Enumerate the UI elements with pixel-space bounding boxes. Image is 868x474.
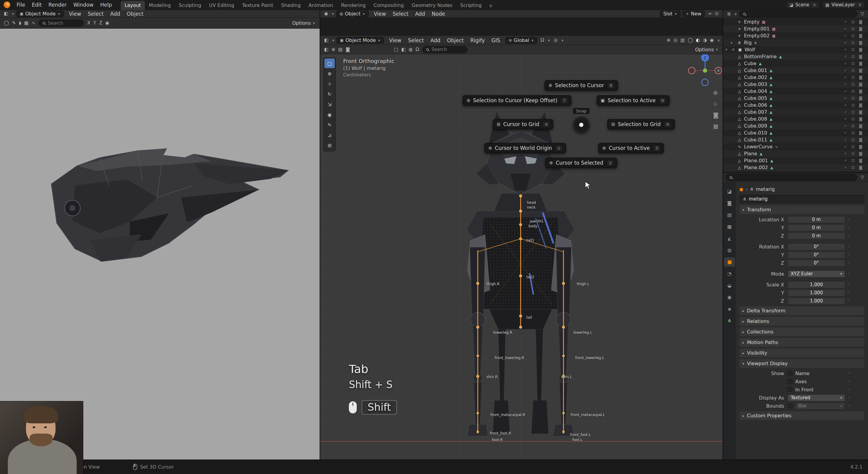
menu-file[interactable]: File <box>13 2 28 8</box>
hide-in-viewport-icon[interactable]: ⊡ <box>849 47 857 52</box>
rendered-shading-icon[interactable]: ◉ <box>708 38 715 42</box>
exclude-checkbox[interactable]: ✓ <box>842 20 849 24</box>
options-dropdown[interactable]: Options ▾ <box>693 47 720 53</box>
outliner-row-cube-010[interactable]: △Cube.010▲✓⊡◙ <box>723 129 868 136</box>
animate-decorator[interactable]: ◦ <box>845 379 853 384</box>
tool-add-cube[interactable]: ⊞ <box>324 140 335 150</box>
pan-icon[interactable]: ⊹ <box>712 101 720 107</box>
exclude-checkbox[interactable]: ✓ <box>842 62 849 65</box>
hide-in-viewport-icon[interactable]: ⊡ <box>849 68 857 73</box>
disable-in-render-icon[interactable]: ◙ <box>857 89 864 94</box>
panel-viewport-display[interactable]: ▾ Viewport Display <box>739 359 864 368</box>
hide-in-viewport-icon[interactable]: ⊡ <box>849 110 857 114</box>
left-vp-menu-select[interactable]: Select <box>85 9 107 19</box>
tool-scale[interactable]: ⇲ <box>324 100 335 109</box>
field-bounds[interactable]: Box▾ <box>795 403 845 409</box>
vp-menu-object[interactable]: Object <box>444 36 467 45</box>
view-object-types-icon[interactable]: ◧ <box>322 47 330 52</box>
render-tab[interactable]: ◙ <box>724 199 735 208</box>
animate-decorator[interactable]: ◦ <box>845 290 853 296</box>
snap-magnet-icon[interactable]: Ω <box>539 38 546 42</box>
disable-in-render-icon[interactable]: ◙ <box>857 144 864 149</box>
gizmo-x-neg-axis[interactable] <box>688 67 695 74</box>
gizmo-z-neg-axis[interactable] <box>702 79 708 86</box>
wireframe-shading-icon[interactable]: ◯ <box>686 38 694 42</box>
pie-item-cursor-to-grid[interactable]: ⊞Cursor to Grid4 <box>493 119 553 129</box>
hide-in-viewport-icon[interactable]: ⊡ <box>849 124 857 128</box>
field-y[interactable]: 0° <box>788 251 845 259</box>
outliner-row-plane-001[interactable]: △Plane.001▲✓⊡◙ <box>723 157 868 164</box>
workspace-tab-rendering[interactable]: Rendering <box>337 1 370 10</box>
left-vp-menu-object[interactable]: Object <box>123 9 147 19</box>
field-z[interactable]: 0° <box>788 260 845 267</box>
workspace-tab-modeling[interactable]: Modeling <box>145 1 175 10</box>
shader-menu-node[interactable]: Node <box>428 9 448 19</box>
shader-context-selector[interactable]: ◍ Object ▾ <box>336 10 369 17</box>
workspace-tab-layout[interactable]: Layout <box>121 1 145 10</box>
proportional-editing-icon[interactable]: ◎ <box>552 38 559 42</box>
gizmos-icon[interactable]: ⊕ <box>330 47 337 52</box>
workspace-tab-texture-paint[interactable]: Texture Paint <box>238 1 277 10</box>
disable-in-render-icon[interactable]: ◙ <box>857 75 864 79</box>
scene-selector[interactable]: ◪ Scene × <box>786 1 819 8</box>
outliner-row-empty[interactable]: +Empty▦✓⊡◙ <box>723 19 868 25</box>
hide-in-viewport-icon[interactable]: ⊡ <box>849 82 857 87</box>
exclude-checkbox[interactable]: ✓ <box>842 124 849 128</box>
animate-decorator[interactable]: ◦ <box>845 371 853 376</box>
tool-transform[interactable]: ◉ <box>324 110 335 120</box>
disable-in-render-icon[interactable]: ◙ <box>857 82 864 87</box>
disclosure-triangle[interactable]: ▾ <box>725 48 731 52</box>
particles-tab[interactable]: ◒ <box>724 281 735 290</box>
animate-decorator[interactable]: ◦ <box>845 403 853 409</box>
visibility-icon[interactable]: ◧ <box>400 47 407 52</box>
outliner-item-name[interactable]: Cube.005 <box>744 95 767 101</box>
hide-in-viewport-icon[interactable]: ⊡ <box>849 61 857 66</box>
constraints-tab[interactable]: ◈ <box>724 305 735 314</box>
brush-color-swatch[interactable]: ◯ <box>2 21 10 25</box>
menu-window[interactable]: Window <box>70 2 97 8</box>
exclude-checkbox[interactable]: ✓ <box>842 145 849 149</box>
animate-decorator[interactable]: ◦ <box>845 298 853 304</box>
hide-in-viewport-icon[interactable]: ⊡ <box>849 89 857 94</box>
checkbox-name[interactable] <box>788 371 793 376</box>
exclude-checkbox[interactable]: ✓ <box>842 110 849 114</box>
collection-checkbox[interactable]: ✓ <box>731 47 736 52</box>
tool-3d-cursor[interactable]: ⊕ <box>324 69 335 78</box>
world-tab[interactable]: ◍ <box>724 246 735 255</box>
filter-icon[interactable]: ▽ <box>859 12 866 16</box>
overlays-dropdown-icon[interactable]: ▤ <box>337 47 344 52</box>
disable-in-render-icon[interactable]: ◙ <box>857 137 864 142</box>
outliner-row-rig[interactable]: ▸⋔Rig⋔✓⊡◙ <box>723 39 868 46</box>
new-material-button[interactable]: + New <box>682 10 705 17</box>
pie-item-cursor-to-active[interactable]: ⊕Cursor to Active3 <box>598 143 664 153</box>
hide-in-viewport-icon[interactable]: ⊡ <box>849 54 857 59</box>
disable-in-render-icon[interactable]: ◙ <box>857 117 864 121</box>
exclude-checkbox[interactable]: ✓ <box>842 55 849 59</box>
tool-tab[interactable]: ◪ <box>724 187 735 196</box>
hide-in-viewport-icon[interactable]: ⊡ <box>849 27 857 31</box>
mode-selector[interactable]: ▣ Object Mode ▾ <box>16 10 64 17</box>
workspace-tab-compositing[interactable]: Compositing <box>370 1 408 10</box>
exclude-checkbox[interactable]: ✓ <box>842 131 849 135</box>
animate-decorator[interactable]: ◦ <box>845 217 853 222</box>
disable-in-render-icon[interactable]: ◙ <box>857 131 864 135</box>
hide-in-viewport-icon[interactable]: ⊡ <box>849 20 857 24</box>
material-preview-icon[interactable]: ◑ <box>702 38 708 42</box>
hide-in-viewport-icon[interactable]: ⊡ <box>849 96 857 100</box>
outliner-item-name[interactable]: LowerCurve <box>744 144 773 149</box>
exclude-checkbox[interactable]: ✓ <box>842 48 849 52</box>
close-icon[interactable]: × <box>811 2 816 7</box>
hide-in-viewport-icon[interactable]: ⊡ <box>849 103 857 107</box>
left-vp-menu-view[interactable]: View <box>65 9 84 19</box>
gizmo-y-axis[interactable] <box>703 68 707 73</box>
pie-item-selection-to-grid[interactable]: ⊞Selection to Grid6 <box>608 119 675 129</box>
field-y[interactable]: 1.000 <box>788 290 845 296</box>
field-location-x[interactable]: 0 m <box>788 216 845 223</box>
exclude-checkbox[interactable]: ✓ <box>842 89 849 93</box>
object-name-field[interactable]: ⋔ metarig <box>739 195 864 203</box>
object-data-tab[interactable]: ⋔ <box>724 316 735 325</box>
pin-icon[interactable]: ⊙ <box>713 11 720 16</box>
outliner-item-name[interactable]: Empty <box>744 19 760 25</box>
tool-annotate[interactable]: ✎ <box>324 120 335 130</box>
field-scale-x[interactable]: 1.000 <box>788 281 845 288</box>
